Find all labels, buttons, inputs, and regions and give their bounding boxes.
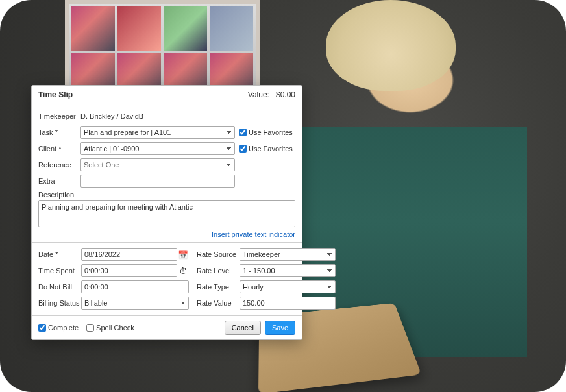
client-favorites-toggle[interactable]: Use Favorites (239, 145, 293, 153)
time-slip-dialog: Time Slip Value: $0.00 Timekeeper D. Bri… (31, 85, 302, 340)
extra-input[interactable] (80, 175, 235, 188)
person-hair (326, 0, 456, 91)
date-input[interactable] (81, 248, 177, 261)
spell-check-checkbox[interactable] (86, 324, 94, 332)
description-textarea[interactable]: Planning and preparing for meeting with … (38, 200, 295, 227)
calendar-icon[interactable]: 📅 (177, 249, 189, 260)
client-favorites-checkbox[interactable] (239, 145, 247, 153)
timekeeper-value: D. Brickley / DavidB (80, 112, 143, 120)
section-divider (32, 242, 302, 243)
complete-toggle[interactable]: Complete (38, 324, 79, 332)
task-favorites-toggle[interactable]: Use Favorites (239, 129, 293, 136)
do-not-bill-label: Do Not Bill (38, 283, 81, 291)
rate-level-label: Rate Level (197, 267, 240, 275)
time-spent-input[interactable] (81, 264, 177, 277)
billing-status-label: Billing Status (38, 299, 81, 307)
complete-checkbox[interactable] (38, 324, 46, 332)
rate-value-label: Rate Value (197, 299, 240, 307)
timer-icon[interactable]: ⏱ (177, 265, 189, 276)
dialog-footer: Complete Spell Check Cancel Save (32, 315, 302, 339)
cancel-button[interactable]: Cancel (225, 321, 261, 335)
rate-level-select[interactable]: 1 - 150.00 (240, 264, 336, 277)
rate-value-input[interactable] (240, 297, 336, 310)
dialog-value: Value: $0.00 (248, 90, 295, 99)
task-favorites-checkbox[interactable] (239, 129, 247, 136)
rate-source-select[interactable]: Timekeeper (240, 248, 336, 261)
date-label: Date * (38, 251, 81, 258)
rate-type-select[interactable]: Hourly (240, 280, 336, 293)
rate-source-label: Rate Source (197, 251, 240, 258)
time-spent-label: Time Spent (38, 267, 81, 275)
rate-type-label: Rate Type (197, 283, 240, 291)
dialog-header: Time Slip Value: $0.00 (32, 86, 302, 104)
billing-status-select[interactable]: Billable (81, 297, 189, 310)
reference-select[interactable]: Select One (80, 158, 235, 171)
description-label: Description (38, 191, 295, 199)
task-select[interactable]: Plan and prepare for | A101 (80, 126, 235, 139)
do-not-bill-input[interactable] (81, 280, 189, 293)
timekeeper-label: Timekeeper (38, 112, 80, 120)
client-label: Client * (38, 145, 80, 153)
reference-label: Reference (38, 161, 80, 169)
client-select[interactable]: Atlantic | 01-0900 (80, 142, 235, 155)
extra-label: Extra (38, 177, 80, 185)
save-button[interactable]: Save (265, 321, 295, 335)
insert-private-text-link[interactable]: Insert private text indicator (212, 230, 295, 238)
task-label: Task * (38, 129, 80, 136)
dialog-title: Time Slip (38, 90, 73, 99)
spell-check-toggle[interactable]: Spell Check (86, 324, 134, 332)
